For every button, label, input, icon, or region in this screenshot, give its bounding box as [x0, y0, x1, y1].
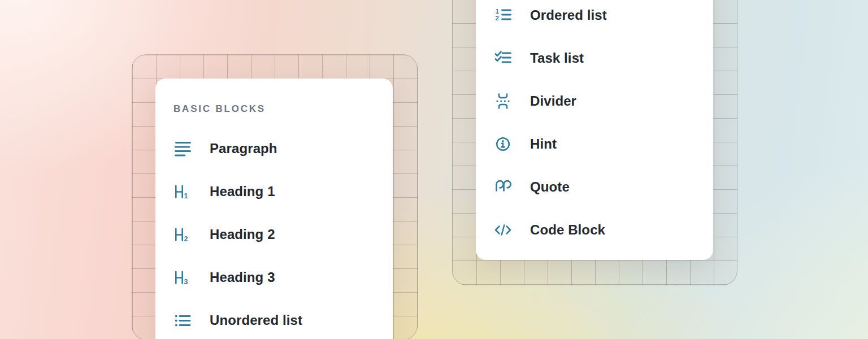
basic-blocks-menu: BASIC BLOCKS ParagraphHeading 1Heading 2…: [155, 79, 393, 339]
hint-icon: [494, 135, 512, 153]
menu-item-hint[interactable]: Hint: [494, 123, 713, 166]
menu-item-label: Divider: [530, 93, 576, 109]
menu-item-label: Heading 1: [210, 184, 275, 199]
heading-3-icon: [173, 268, 192, 286]
menu-item-heading-3[interactable]: Heading 3: [173, 256, 393, 299]
editor-blocks-hero: BASIC BLOCKS ParagraphHeading 1Heading 2…: [0, 0, 868, 339]
task-list-icon: [494, 49, 512, 67]
menu-item-label: Unordered list: [210, 312, 302, 328]
menu-item-ordered-list[interactable]: Ordered list: [494, 0, 713, 37]
menu-item-divider[interactable]: Divider: [494, 80, 713, 123]
menu-item-quote[interactable]: Quote: [494, 166, 713, 208]
menu-item-task-list[interactable]: Task list: [494, 37, 713, 80]
quote-icon: [494, 178, 512, 196]
menu-item-label: Ordered list: [530, 7, 607, 23]
menu-item-heading-1[interactable]: Heading 1: [173, 170, 393, 213]
menu-item-label: Heading 3: [210, 270, 275, 285]
section-title: BASIC BLOCKS: [173, 97, 393, 121]
menu-item-heading-2[interactable]: Heading 2: [173, 213, 393, 256]
blocks-menu-continued: Ordered listTask listDividerHintQuoteCod…: [476, 0, 713, 260]
menu-item-code-block[interactable]: Code Block: [494, 208, 713, 251]
paragraph-icon: [173, 140, 192, 158]
basic-blocks-items: ParagraphHeading 1Heading 2Heading 3Unor…: [173, 127, 393, 339]
menu-item-label: Task list: [530, 50, 584, 66]
menu-item-label: Heading 2: [210, 227, 275, 242]
heading-2-icon: [173, 225, 192, 244]
ordered-list-icon: [494, 6, 512, 24]
divider-icon: [494, 92, 512, 110]
menu-item-paragraph[interactable]: Paragraph: [173, 127, 393, 170]
right-menu-items: Ordered listTask listDividerHintQuoteCod…: [494, 0, 713, 251]
menu-item-label: Paragraph: [210, 141, 277, 157]
menu-item-unordered-list[interactable]: Unordered list: [173, 299, 393, 339]
code-block-icon: [494, 221, 512, 239]
menu-item-label: Code Block: [530, 222, 605, 238]
heading-1-icon: [173, 182, 192, 201]
menu-item-label: Quote: [530, 179, 570, 195]
menu-item-label: Hint: [530, 136, 557, 152]
unordered-list-icon: [173, 311, 192, 329]
